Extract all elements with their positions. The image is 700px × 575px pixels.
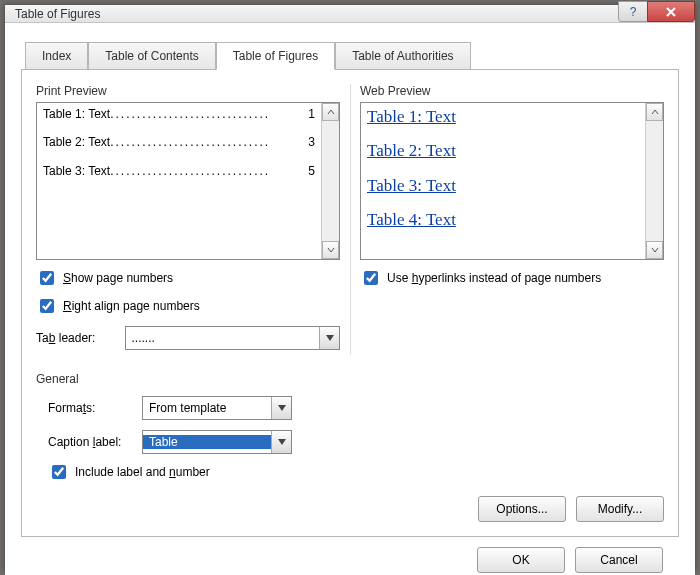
chevron-up-icon xyxy=(651,108,659,116)
scroll-up-button[interactable] xyxy=(322,103,339,121)
web-preview-row: Table 3: Text xyxy=(367,176,639,196)
close-icon xyxy=(665,6,677,18)
ok-button[interactable]: OK xyxy=(477,547,565,573)
print-preview-label: Print Preview xyxy=(36,84,340,98)
print-row-page: 3 xyxy=(304,135,315,149)
tab-table-of-authorities[interactable]: Table of Authorities xyxy=(335,42,470,70)
caption-label-select[interactable]: Table xyxy=(142,430,292,454)
dialog-body: Index Table of Contents Table of Figures… xyxy=(5,23,695,575)
web-row-link[interactable]: Table 3: Text xyxy=(367,176,456,196)
include-label-input[interactable] xyxy=(52,465,66,479)
chevron-down-icon xyxy=(278,405,286,411)
help-button[interactable]: ? xyxy=(618,1,648,22)
web-preview-row: Table 4: Text xyxy=(367,210,639,228)
print-preview-box: Table 1: Text ..........................… xyxy=(36,102,340,260)
tab-table-of-contents[interactable]: Table of Contents xyxy=(88,42,215,70)
caption-label-value: Table xyxy=(143,435,271,449)
help-icon: ? xyxy=(627,6,639,18)
print-row-page: 1 xyxy=(304,107,315,121)
leader-dots: .............................. xyxy=(110,164,304,178)
cancel-button[interactable]: Cancel xyxy=(575,547,663,573)
inner-button-row: Options... Modify... xyxy=(36,496,664,522)
print-preview-content: Table 1: Text ..........................… xyxy=(37,103,321,259)
general-group-title: General xyxy=(36,372,664,386)
options-button[interactable]: Options... xyxy=(478,496,566,522)
formats-label: Formats: xyxy=(48,401,134,415)
print-row-label: Table 2: Text xyxy=(43,135,110,149)
right-align-checkbox[interactable]: Right align page numbers xyxy=(36,296,340,316)
print-preview-row: Table 1: Text ..........................… xyxy=(43,107,315,121)
chevron-up-icon xyxy=(327,108,335,116)
dropdown-button[interactable] xyxy=(271,397,291,419)
dialog-footer: OK Cancel xyxy=(21,537,679,575)
web-preview-label: Web Preview xyxy=(360,84,664,98)
print-preview-row: Table 3: Text ..........................… xyxy=(43,164,315,178)
dropdown-button[interactable] xyxy=(271,431,291,453)
leader-dots: .............................. xyxy=(110,135,304,149)
use-hyperlinks-label: Use hyperlinks instead of page numbers xyxy=(387,271,601,285)
vertical-divider xyxy=(350,84,351,354)
print-preview-row: Table 2: Text ..........................… xyxy=(43,135,315,149)
modify-button[interactable]: Modify... xyxy=(576,496,664,522)
web-preview-section: Web Preview Table 1: Text Table 2: Text … xyxy=(360,84,664,350)
general-group: General Formats: From template Caption l… xyxy=(36,372,664,482)
print-preview-section: Print Preview Table 1: Text ............… xyxy=(36,84,340,350)
tab-leader-row: Tab leader: ....... xyxy=(36,326,340,350)
caption-label-row: Caption label: Table xyxy=(48,430,664,454)
scroll-down-button[interactable] xyxy=(646,241,663,259)
formats-select[interactable]: From template xyxy=(142,396,292,420)
tab-table-of-figures[interactable]: Table of Figures xyxy=(216,42,335,70)
show-page-numbers-checkbox[interactable]: Show page numbers xyxy=(36,268,340,288)
web-row-link[interactable]: Table 2: Text xyxy=(367,141,456,161)
show-page-numbers-input[interactable] xyxy=(40,271,54,285)
print-row-label: Table 3: Text xyxy=(43,164,110,178)
print-row-page: 5 xyxy=(304,164,315,178)
chevron-down-icon xyxy=(327,246,335,254)
right-align-label: Right align page numbers xyxy=(63,299,200,313)
use-hyperlinks-input[interactable] xyxy=(364,271,378,285)
print-row-label: Table 1: Text xyxy=(43,107,110,121)
formats-row: Formats: From template xyxy=(48,396,664,420)
include-label-text: Include label and number xyxy=(75,465,210,479)
web-preview-row: Table 2: Text xyxy=(367,141,639,161)
dialog-table-of-figures: Table of Figures ? Index Table of Conten… xyxy=(4,4,696,571)
scroll-down-button[interactable] xyxy=(322,241,339,259)
web-preview-content: Table 1: Text Table 2: Text Table 3: Tex… xyxy=(361,103,645,259)
formats-value: From template xyxy=(143,401,271,415)
tab-leader-select[interactable]: ....... xyxy=(125,326,340,350)
tab-panel: Print Preview Table 1: Text ............… xyxy=(21,69,679,537)
titlebar: Table of Figures ? xyxy=(5,5,695,23)
web-row-link[interactable]: Table 4: Text xyxy=(367,210,456,228)
caption-label-label: Caption label: xyxy=(48,435,134,449)
include-label-checkbox[interactable]: Include label and number xyxy=(48,462,664,482)
scroll-track[interactable] xyxy=(322,121,339,241)
use-hyperlinks-checkbox[interactable]: Use hyperlinks instead of page numbers xyxy=(360,268,664,288)
chevron-down-icon xyxy=(651,246,659,254)
tab-index[interactable]: Index xyxy=(25,42,88,70)
scroll-up-button[interactable] xyxy=(646,103,663,121)
dialog-title: Table of Figures xyxy=(15,7,618,21)
leader-dots: .............................. xyxy=(110,107,304,121)
show-page-numbers-label: Show page numbers xyxy=(63,271,173,285)
chevron-down-icon xyxy=(278,439,286,445)
scroll-track[interactable] xyxy=(646,121,663,241)
tab-leader-value: ....... xyxy=(126,331,319,345)
web-preview-row: Table 1: Text xyxy=(367,107,639,127)
close-button[interactable] xyxy=(647,1,695,22)
web-row-link[interactable]: Table 1: Text xyxy=(367,107,456,127)
tab-leader-label: Tab leader: xyxy=(36,331,117,345)
chevron-down-icon xyxy=(326,335,334,341)
tab-strip: Index Table of Contents Table of Figures… xyxy=(25,41,679,69)
dropdown-button[interactable] xyxy=(319,327,339,349)
right-align-input[interactable] xyxy=(40,299,54,313)
web-preview-box: Table 1: Text Table 2: Text Table 3: Tex… xyxy=(360,102,664,260)
print-preview-scrollbar[interactable] xyxy=(321,103,339,259)
web-preview-scrollbar[interactable] xyxy=(645,103,663,259)
svg-text:?: ? xyxy=(630,6,637,18)
